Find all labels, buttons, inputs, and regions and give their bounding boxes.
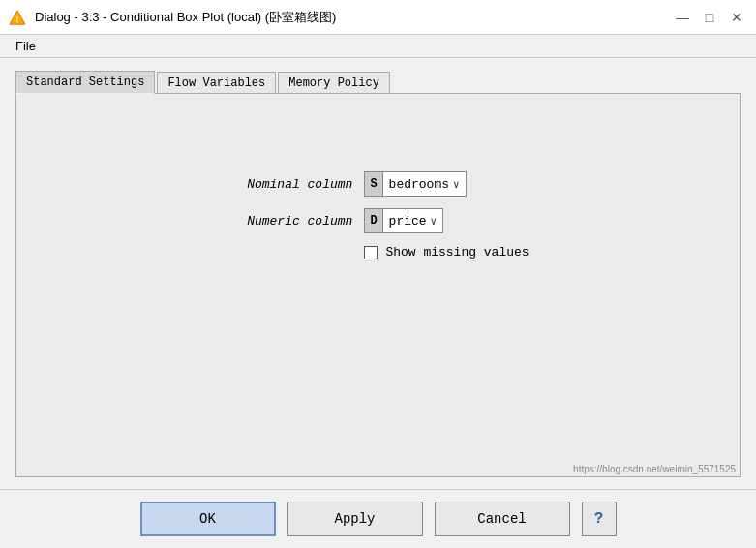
numeric-dropdown-arrow-icon: ∨ bbox=[431, 215, 438, 228]
title-bar-left: ! Dialog - 3:3 - Conditional Box Plot (l… bbox=[8, 8, 336, 27]
svg-text:!: ! bbox=[15, 15, 19, 24]
numeric-column-dropdown[interactable]: D price ∨ bbox=[364, 208, 443, 233]
apply-button[interactable]: Apply bbox=[287, 502, 423, 536]
maximize-button[interactable]: □ bbox=[698, 6, 721, 29]
nominal-type-badge: S bbox=[365, 172, 382, 196]
nominal-column-dropdown[interactable]: S bedrooms ∨ bbox=[364, 171, 466, 197]
tab-flow-variables[interactable]: Flow Variables bbox=[157, 72, 276, 94]
file-menu[interactable]: File bbox=[8, 37, 44, 55]
tab-memory-policy[interactable]: Memory Policy bbox=[278, 72, 390, 94]
tab-standard-settings[interactable]: Standard Settings bbox=[15, 71, 155, 94]
title-text: Dialog - 3:3 - Conditional Box Plot (loc… bbox=[35, 9, 336, 26]
ok-button[interactable]: OK bbox=[140, 502, 276, 536]
numeric-column-label: Numeric column bbox=[227, 214, 352, 228]
show-missing-row: Show missing values bbox=[364, 245, 529, 259]
nominal-column-row: Nominal column S bedrooms ∨ bbox=[227, 171, 466, 197]
cancel-button[interactable]: Cancel bbox=[435, 502, 570, 536]
title-bar: ! Dialog - 3:3 - Conditional Box Plot (l… bbox=[0, 0, 756, 35]
numeric-column-value: price ∨ bbox=[383, 211, 443, 231]
nominal-column-label: Nominal column bbox=[227, 177, 352, 192]
close-button[interactable]: ✕ bbox=[725, 6, 748, 29]
bottom-area: OK Apply Cancel ? bbox=[0, 489, 756, 548]
watermark: https://blog.csdn.net/weimin_5571525 bbox=[573, 464, 736, 474]
warning-triangle-icon: ! bbox=[8, 8, 27, 27]
menu-bar: File bbox=[0, 35, 756, 58]
numeric-column-row: Numeric column D price ∨ bbox=[227, 208, 443, 233]
title-controls: — □ ✕ bbox=[671, 6, 748, 29]
main-content: Standard Settings Flow Variables Memory … bbox=[0, 58, 756, 489]
nominal-column-value: bedrooms ∨ bbox=[383, 174, 466, 195]
form-area: Nominal column S bedrooms ∨ Numeric colu… bbox=[227, 171, 529, 259]
help-button[interactable]: ? bbox=[582, 502, 617, 536]
settings-panel: Nominal column S bedrooms ∨ Numeric colu… bbox=[15, 93, 741, 477]
numeric-type-badge: D bbox=[365, 209, 382, 232]
show-missing-checkbox[interactable] bbox=[364, 246, 378, 259]
minimize-button[interactable]: — bbox=[671, 6, 694, 29]
tabs-container: Standard Settings Flow Variables Memory … bbox=[15, 70, 741, 93]
nominal-dropdown-arrow-icon: ∨ bbox=[453, 178, 460, 191]
show-missing-label: Show missing values bbox=[385, 245, 529, 259]
